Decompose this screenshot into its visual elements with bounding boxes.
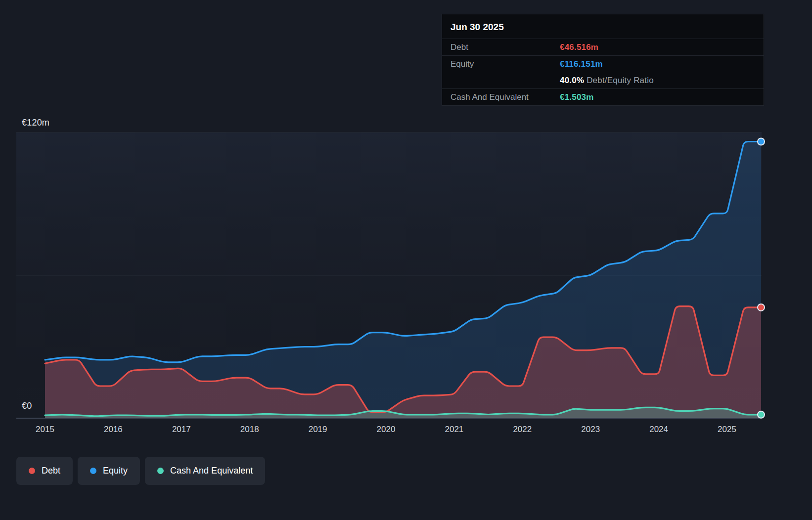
x-axis-label-2019: 2019 [309, 425, 327, 434]
x-axis-label-2023: 2023 [581, 425, 600, 434]
tooltip-cash-label: Cash And Equivalent [451, 92, 560, 102]
debt-endpoint-marker [758, 304, 765, 311]
legend-debt-label: Debt [42, 466, 60, 476]
tooltip-card: Jun 30 2025 Debt €46.516m Equity €116.15… [442, 14, 764, 106]
y-axis-label-max: €120m [22, 118, 49, 128]
equity-endpoint-marker [758, 138, 765, 145]
chart-panel: €120m €0 2015201620172018201920202021202… [0, 0, 812, 520]
tooltip-row-debt: Debt €46.516m [442, 39, 764, 55]
legend-item-cash[interactable]: Cash And Equivalent [145, 457, 265, 485]
tooltip-debt-label: Debt [451, 43, 560, 52]
debt-dot-icon [29, 468, 35, 474]
tooltip-debt-value: €46.516m [560, 43, 598, 52]
x-axis-label-2022: 2022 [513, 425, 532, 434]
debt-equity-ratio-number: 40.0% [560, 76, 584, 85]
tooltip-ratio-value: 40.0% Debt/Equity Ratio [560, 76, 654, 86]
legend-item-debt[interactable]: Debt [16, 457, 73, 485]
x-axis-label-2021: 2021 [445, 425, 463, 434]
x-axis-label-2024: 2024 [649, 425, 668, 434]
tooltip-cash-value: €1.503m [560, 92, 594, 102]
x-axis-label-2016: 2016 [104, 425, 123, 434]
legend-item-equity[interactable]: Equity [78, 457, 140, 485]
tooltip-row-equity: Equity €116.151m [442, 55, 764, 72]
legend-equity-label: Equity [103, 466, 128, 476]
legend-cash-label: Cash And Equivalent [170, 466, 253, 476]
x-axis-label-2018: 2018 [240, 425, 259, 434]
tooltip-row-ratio: 40.0% Debt/Equity Ratio [442, 72, 764, 88]
tooltip-equity-label: Equity [451, 59, 560, 69]
cash-and-equivalent-endpoint-marker [758, 411, 765, 418]
y-axis-label-zero: €0 [22, 401, 32, 411]
equity-dot-icon [90, 468, 96, 474]
x-axis-label-2020: 2020 [377, 425, 396, 434]
tooltip-row-cash: Cash And Equivalent €1.503m [442, 88, 764, 105]
tooltip-equity-value: €116.151m [560, 59, 603, 69]
x-axis-label-2017: 2017 [172, 425, 191, 434]
x-axis-label-2025: 2025 [718, 425, 736, 434]
x-axis: 2015201620172018201920202021202220232024… [0, 425, 812, 437]
cash-dot-icon [157, 468, 164, 474]
debt-equity-ratio-label: Debt/Equity Ratio [586, 76, 654, 85]
x-axis-label-2015: 2015 [36, 425, 54, 434]
legend: Debt Equity Cash And Equivalent [16, 457, 265, 485]
tooltip-date: Jun 30 2025 [442, 14, 764, 39]
